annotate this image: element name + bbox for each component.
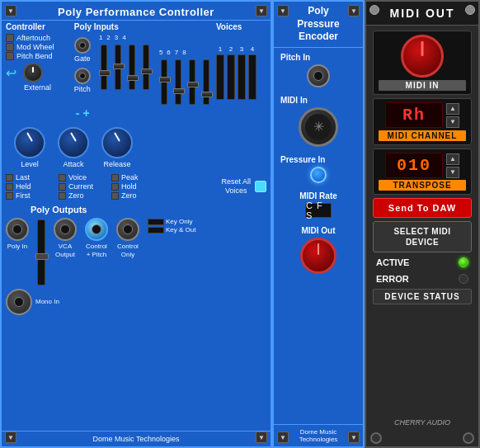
poly-in-port[interactable] xyxy=(6,218,29,241)
current-led[interactable] xyxy=(59,183,66,191)
ctrl-knob[interactable] xyxy=(23,63,43,83)
pitch-in-port[interactable] xyxy=(307,64,330,87)
midi-out-knob[interactable] xyxy=(300,238,336,274)
midi-in-knob[interactable] xyxy=(401,35,444,78)
pressure-in-section: Pressure In xyxy=(280,155,356,183)
mid-corner-br[interactable]: ▼ xyxy=(348,431,360,443)
poly-outputs-label: Poly Outputs xyxy=(31,205,266,215)
plus-btn[interactable]: + xyxy=(83,107,90,119)
select-midi-button[interactable]: SELECT MIDIDEVICE xyxy=(373,221,472,252)
first-text: First xyxy=(16,191,31,200)
pressure-in-label: Pressure In xyxy=(280,155,325,164)
fader-num-8: 8 xyxy=(182,49,186,56)
transpose-up-btn[interactable]: ▲ xyxy=(446,153,459,165)
corner-br-btn[interactable]: ▼ xyxy=(256,431,267,443)
left-footer: Dome Music Technologies xyxy=(2,431,271,446)
reset-button[interactable] xyxy=(255,181,266,192)
level-label: Level xyxy=(21,160,39,168)
mid-corner-tr[interactable]: ▼ xyxy=(348,5,360,17)
active-led xyxy=(459,257,468,267)
transpose-value: 010 xyxy=(397,156,431,175)
pitchbend-led[interactable] xyxy=(6,52,14,60)
fader-num-2: 2 xyxy=(106,34,110,41)
voice-bar-2: 2 xyxy=(227,45,235,100)
right-panel: MIDI OUT MIDI IN Rh ▲ ▼ MIDI CHANNEL xyxy=(365,0,480,448)
corner-tl-btn[interactable]: ▼ xyxy=(5,5,16,17)
pressure-in-led[interactable] xyxy=(310,167,327,183)
right-screw-tl xyxy=(369,5,379,15)
first-led[interactable] xyxy=(6,192,13,200)
pitch-port-circle[interactable] xyxy=(74,68,91,84)
midi-in-block: MIDI IN xyxy=(373,31,472,95)
fader-1[interactable] xyxy=(101,45,107,90)
key-switch: Key Only Key & Out xyxy=(148,218,195,233)
ctrl-only-port[interactable] xyxy=(116,218,139,241)
fader-7[interactable] xyxy=(189,59,195,105)
fader-num-5: 5 xyxy=(159,49,162,56)
midi-symbol: ✳ xyxy=(313,119,324,134)
voice-bar-1: 1 xyxy=(216,45,224,100)
poly-inputs-section: Poly Inputs Gate Pitch xyxy=(74,22,211,119)
fader-6[interactable] xyxy=(175,59,181,105)
channel-value: Rh xyxy=(402,106,426,125)
transpose-down-btn[interactable]: ▼ xyxy=(446,167,459,178)
release-knob-group: Release xyxy=(101,127,133,168)
hold-text: Hold xyxy=(121,182,137,191)
send-daw-button[interactable]: Send To DAW xyxy=(373,198,472,218)
release-knob[interactable] xyxy=(101,127,133,158)
gate-port-circle[interactable] xyxy=(74,37,91,54)
cfs-display: C F S xyxy=(305,203,332,218)
corner-tr-btn[interactable]: ▼ xyxy=(256,5,267,17)
midi-in-label: MIDI In xyxy=(280,96,308,105)
fader-4[interactable] xyxy=(143,45,149,90)
fader-2[interactable] xyxy=(115,45,121,90)
gate-port: Gate xyxy=(74,37,91,63)
midi-in-port[interactable]: ✳ xyxy=(299,107,338,147)
zero2-text: Zero xyxy=(121,191,137,200)
right-corner-decoration xyxy=(366,430,478,446)
vca-output-port[interactable] xyxy=(54,218,77,241)
fader-5[interactable] xyxy=(161,59,167,105)
voice-bar-3: 3 xyxy=(238,45,246,100)
last-led[interactable] xyxy=(6,174,13,182)
voice-bars: 1 2 3 4 xyxy=(216,34,266,100)
midi-out-label: MIDI Out xyxy=(301,226,335,235)
channel-down-btn[interactable]: ▼ xyxy=(446,116,459,128)
midi-channel-label: MIDI CHANNEL xyxy=(379,130,466,141)
level-knob[interactable] xyxy=(14,127,45,158)
fader-3[interactable] xyxy=(129,45,135,90)
mid-corner-tl[interactable]: ▼ xyxy=(277,5,289,17)
attack-label: Attack xyxy=(63,160,83,168)
right-footer: CHERRY AUDIO xyxy=(366,415,478,430)
active-label: ACTIVE xyxy=(376,257,409,267)
right-screw-bl xyxy=(370,432,382,444)
voice-modes: Last Held First Voice Current Zero Peak … xyxy=(6,173,266,200)
modwheel-led[interactable] xyxy=(6,43,14,51)
peak-led[interactable] xyxy=(111,174,119,182)
aftertouch-led[interactable] xyxy=(6,34,14,42)
ctrl-arrow-btn[interactable]: ↩ xyxy=(6,65,16,81)
ctrl-pitch-port[interactable] xyxy=(85,218,108,241)
minus-btn[interactable]: - xyxy=(76,107,80,119)
key-only-led[interactable] xyxy=(148,219,164,225)
transpose-block: 010 ▲ ▼ TRANSPOSE xyxy=(373,149,472,195)
attack-knob[interactable] xyxy=(58,127,89,158)
corner-bl-btn[interactable]: ▼ xyxy=(5,431,16,443)
mono-in-port[interactable] xyxy=(6,289,32,315)
held-led[interactable] xyxy=(6,183,13,191)
mid-corner-bl[interactable]: ▼ xyxy=(277,431,289,443)
zero-led[interactable] xyxy=(59,192,66,200)
vca-fader[interactable] xyxy=(37,219,45,285)
key-out-led[interactable] xyxy=(148,227,164,233)
zero2-led[interactable] xyxy=(111,192,119,200)
voice-bar-4: 4 xyxy=(248,45,256,100)
channel-up-btn[interactable]: ▲ xyxy=(446,103,459,115)
voice-led[interactable] xyxy=(59,174,66,182)
pitchbend-text: Pitch Bend xyxy=(16,52,53,60)
attack-knob-group: Attack xyxy=(58,127,89,168)
left-panel-title: Poly Performance Controller xyxy=(2,2,271,21)
hold-led[interactable] xyxy=(111,183,119,191)
pitch-label: Pitch xyxy=(74,85,91,93)
mono-in-label: Mono In xyxy=(35,298,59,306)
fader-8[interactable] xyxy=(203,59,209,105)
